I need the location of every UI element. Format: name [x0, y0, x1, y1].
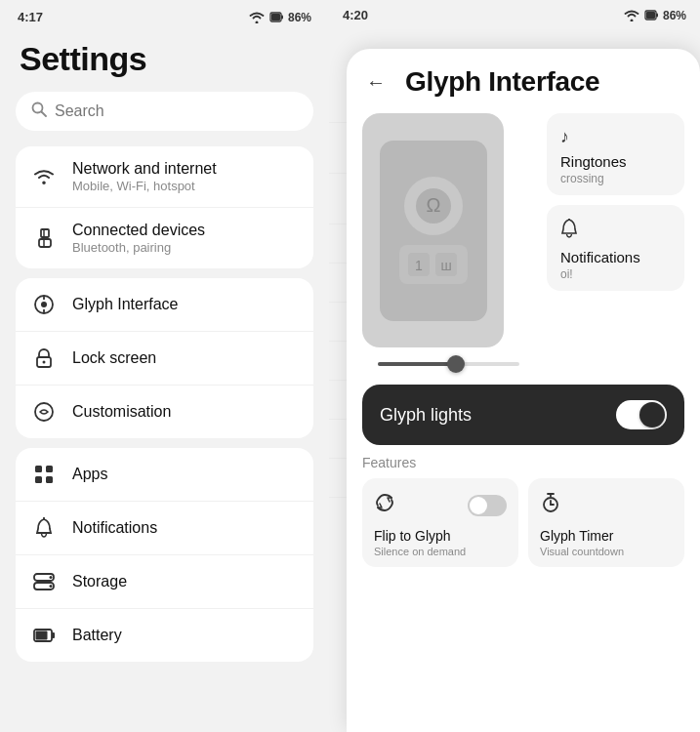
status-bar-right: 4:20 86% [329, 0, 700, 28]
svg-text:ш: ш [440, 258, 451, 273]
glyph-main-content: Ω 1 ш [347, 103, 700, 373]
status-icons-right: 86% [624, 9, 686, 22]
flip-title: Flip to Glyph [374, 528, 507, 544]
right-panel: 4:20 86% Search NetwMobile ConnBlueto [329, 0, 700, 732]
svg-point-9 [41, 302, 47, 307]
search-icon [31, 102, 47, 121]
battery-item[interactable]: Battery [16, 609, 313, 662]
notifications-card-title: Notifications [560, 249, 671, 265]
customisation-item[interactable]: Customisation [16, 386, 313, 438]
battery-text: Battery [72, 627, 298, 644]
lock-screen-icon [31, 346, 57, 371]
customisation-icon [31, 399, 57, 425]
svg-rect-1 [281, 16, 283, 20]
svg-rect-2 [271, 14, 280, 20]
flip-to-glyph-card[interactable]: Flip to Glyph Silence on demand [362, 478, 518, 567]
battery-pct-right: 86% [663, 9, 686, 22]
svg-point-23 [50, 585, 53, 588]
slider-thumb[interactable] [447, 355, 465, 373]
network-text: Network and internet Mobile, Wi-Fi, hots… [72, 160, 298, 193]
flip-sub: Silence on demand [374, 546, 507, 557]
battery-icon-right [644, 9, 658, 21]
settings-group-glyph: Glyph Interface Lock screen [16, 278, 313, 438]
phone-section: Ω 1 ш [362, 113, 535, 373]
connected-title: Connected devices [72, 222, 298, 239]
notification-icon [560, 219, 671, 243]
ringtone-title: Ringtones [560, 153, 671, 170]
glyph-face-top: Ω [404, 177, 463, 235]
battery-title: Battery [72, 627, 298, 644]
flip-toggle[interactable] [468, 495, 507, 516]
svg-rect-17 [35, 476, 42, 483]
battery-icon [31, 623, 57, 648]
search-input[interactable] [55, 102, 298, 120]
left-panel: 4:17 86% Settings [0, 0, 329, 732]
glyph-interface-item[interactable]: Glyph Interface [16, 278, 313, 332]
wifi-icon [31, 164, 57, 189]
page-title: Settings [0, 30, 329, 92]
network-internet-item[interactable]: Network and internet Mobile, Wi-Fi, hots… [16, 146, 313, 208]
flip-icon-row [374, 492, 507, 518]
notifications-icon [31, 515, 57, 541]
battery-pct-left: 86% [288, 11, 311, 24]
lockscreen-text: Lock screen [72, 349, 298, 367]
svg-rect-26 [36, 631, 48, 640]
status-icons-left: 86% [249, 11, 311, 24]
notifications-card[interactable]: Notifications oi! [547, 205, 684, 291]
glyph-timer-card[interactable]: Glyph Timer Visual countdown [528, 478, 684, 567]
back-button[interactable]: ← [366, 71, 393, 94]
svg-point-22 [50, 576, 53, 579]
svg-rect-29 [646, 12, 655, 19]
svg-point-13 [43, 361, 46, 364]
status-bar-left: 4:17 86% [0, 0, 329, 30]
search-bar[interactable] [16, 92, 313, 131]
timer-icon-row [540, 492, 673, 518]
wifi-icon-right [624, 10, 639, 21]
settings-group-network: Network and internet Mobile, Wi-Fi, hots… [16, 146, 313, 268]
features-row: Flip to Glyph Silence on demand [362, 478, 684, 567]
flip-icon [374, 492, 395, 518]
apps-title: Apps [72, 466, 298, 483]
svg-rect-18 [46, 476, 53, 483]
apps-text: Apps [72, 466, 298, 483]
connected-text: Connected devices Bluetooth, pairing [72, 222, 298, 255]
glyph-card-header: ← Glyph Interface [347, 49, 700, 103]
svg-text:1: 1 [415, 258, 423, 273]
network-title: Network and internet [72, 160, 298, 178]
storage-title: Storage [72, 573, 298, 590]
storage-text: Storage [72, 573, 298, 590]
glyph-title-left: Glyph Interface [72, 296, 298, 313]
ringtones-card[interactable]: ♪ Ringtones crossing [547, 113, 684, 195]
wifi-icon-left [249, 12, 265, 23]
apps-icon [31, 462, 57, 487]
timer-title: Glyph Timer [540, 528, 673, 544]
connected-devices-item[interactable]: Connected devices Bluetooth, pairing [16, 208, 313, 268]
apps-item[interactable]: Apps [16, 448, 313, 502]
bluetooth-icon [31, 225, 57, 251]
svg-rect-5 [41, 229, 49, 237]
settings-group-apps: Apps Notifications [16, 448, 313, 662]
brightness-slider-wrap [362, 347, 535, 373]
svg-text:Ω: Ω [426, 194, 440, 216]
svg-rect-28 [656, 14, 658, 18]
svg-rect-6 [39, 239, 51, 247]
storage-icon [31, 569, 57, 594]
glyph-card-title: Glyph Interface [405, 66, 599, 98]
right-option-cards: ♪ Ringtones crossing Notifications oi! [547, 113, 684, 373]
ringtone-icon: ♪ [560, 127, 671, 147]
timer-icon [540, 492, 561, 518]
brightness-slider[interactable] [378, 355, 519, 373]
svg-rect-15 [35, 466, 42, 472]
phone-inner: Ω 1 ш [380, 141, 487, 321]
time-left: 4:17 [18, 10, 43, 24]
glyph-lights-toggle[interactable] [616, 400, 667, 429]
notifications-text: Notifications [72, 519, 298, 537]
ringtone-sub: crossing [560, 172, 671, 185]
svg-rect-25 [52, 632, 55, 638]
notifications-item[interactable]: Notifications [16, 502, 313, 555]
storage-item[interactable]: Storage [16, 555, 313, 609]
lock-screen-item[interactable]: Lock screen [16, 332, 313, 386]
glyph-interface-card: ← Glyph Interface Ω [347, 49, 700, 732]
svg-rect-16 [46, 466, 53, 472]
glyph-lights-label: Glyph lights [380, 405, 472, 426]
